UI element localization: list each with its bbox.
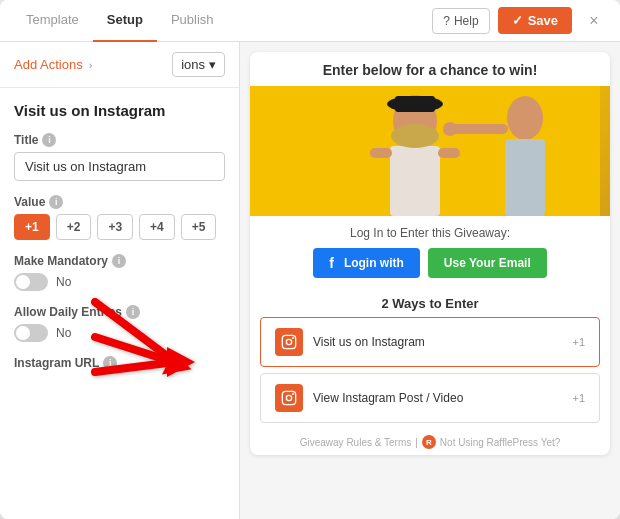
login-section: Log In to Enter this Giveaway: fLogin wi… — [250, 216, 610, 288]
instagram-video-icon — [275, 384, 303, 412]
section-title: Visit us on Instagram — [14, 102, 225, 119]
tab-template[interactable]: Template — [12, 0, 93, 42]
title-label: Title i — [14, 133, 225, 147]
value-btn-2[interactable]: +2 — [56, 214, 92, 240]
url-info-icon[interactable]: i — [103, 356, 117, 370]
tab-setup[interactable]: Setup — [93, 0, 157, 42]
daily-entries-row: Allow Daily Entries i No — [14, 305, 225, 342]
mandatory-info-icon[interactable]: i — [112, 254, 126, 268]
svg-point-16 — [443, 122, 457, 136]
left-content: Visit us on Instagram Title i Value i +1… — [0, 88, 239, 389]
svg-rect-10 — [370, 148, 392, 158]
rafflepress-logo: R — [422, 435, 436, 449]
login-buttons: fLogin with Use Your Email — [264, 248, 596, 278]
header: Template Setup Publish ? Help ✓ Save × — [0, 0, 620, 42]
value-btn-1[interactable]: +1 — [14, 214, 50, 240]
close-button[interactable]: × — [580, 7, 608, 35]
entry-label-instagram: Visit us on Instagram — [313, 335, 562, 349]
title-info-icon[interactable]: i — [42, 133, 56, 147]
left-panel: Add Actions › ions ▾ Visit us on Instagr… — [0, 42, 240, 519]
mandatory-toggle-control: No — [14, 273, 225, 291]
tab-publish[interactable]: Publish — [157, 0, 228, 42]
value-info-icon[interactable]: i — [49, 195, 63, 209]
promo-text: Enter below for a chance to win! — [250, 52, 610, 86]
ways-title: 2 Ways to Enter — [250, 288, 610, 317]
mandatory-toggle[interactable] — [14, 273, 48, 291]
add-actions-link[interactable]: Add Actions — [14, 57, 83, 72]
svg-rect-8 — [395, 96, 435, 112]
mandatory-label: Make Mandatory i — [14, 254, 225, 268]
login-text: Log In to Enter this Giveaway: — [264, 226, 596, 240]
sub-header: Add Actions › ions ▾ — [0, 42, 239, 88]
body: Add Actions › ions ▾ Visit us on Instagr… — [0, 42, 620, 519]
daily-info-icon[interactable]: i — [126, 305, 140, 319]
svg-point-13 — [507, 96, 543, 140]
svg-rect-15 — [450, 124, 508, 134]
save-button[interactable]: ✓ Save — [498, 7, 572, 34]
daily-toggle-text: No — [56, 326, 71, 340]
entry-item-instagram[interactable]: Visit us on Instagram +1 — [260, 317, 600, 367]
entry-points-instagram: +1 — [572, 336, 585, 348]
svg-point-18 — [286, 339, 291, 344]
value-label: Value i — [14, 195, 225, 209]
mandatory-toggle-text: No — [56, 275, 71, 289]
mandatory-row: Make Mandatory i No — [14, 254, 225, 291]
entry-label-video: View Instagram Post / Video — [313, 391, 562, 405]
question-icon: ? — [443, 14, 450, 28]
value-buttons: +1 +2 +3 +4 +5 — [14, 214, 225, 240]
svg-point-22 — [292, 393, 294, 395]
value-btn-3[interactable]: +3 — [97, 214, 133, 240]
svg-point-21 — [286, 395, 291, 400]
svg-rect-11 — [438, 148, 460, 158]
title-input[interactable] — [14, 152, 225, 181]
svg-point-12 — [391, 124, 439, 148]
chevron-down-icon: ▾ — [209, 57, 216, 72]
instagram-icon — [275, 328, 303, 356]
chevron-right-icon: › — [89, 59, 93, 71]
actions-dropdown[interactable]: ions ▾ — [172, 52, 225, 77]
svg-rect-14 — [505, 139, 545, 216]
help-button[interactable]: ? Help — [432, 8, 489, 34]
email-button[interactable]: Use Your Email — [428, 248, 547, 278]
right-panel: Enter below for a chance to win! — [240, 42, 620, 519]
daily-entries-toggle[interactable] — [14, 324, 48, 342]
entry-points-video: +1 — [572, 392, 585, 404]
instagram-url-label: Instagram URL i — [14, 356, 225, 370]
value-btn-4[interactable]: +4 — [139, 214, 175, 240]
entry-item-video[interactable]: View Instagram Post / Video +1 — [260, 373, 600, 423]
promo-image — [250, 86, 610, 216]
svg-rect-9 — [390, 146, 440, 216]
preview-card: Enter below for a chance to win! — [250, 52, 610, 455]
daily-entries-toggle-control: No — [14, 324, 225, 342]
check-icon: ✓ — [512, 13, 523, 28]
app-window: Template Setup Publish ? Help ✓ Save × A… — [0, 0, 620, 519]
footer: Giveaway Rules & Terms | R Not Using Raf… — [250, 429, 610, 455]
svg-point-19 — [292, 337, 294, 339]
value-btn-5[interactable]: +5 — [181, 214, 217, 240]
facebook-login-button[interactable]: fLogin with — [313, 248, 420, 278]
daily-entries-label: Allow Daily Entries i — [14, 305, 225, 319]
